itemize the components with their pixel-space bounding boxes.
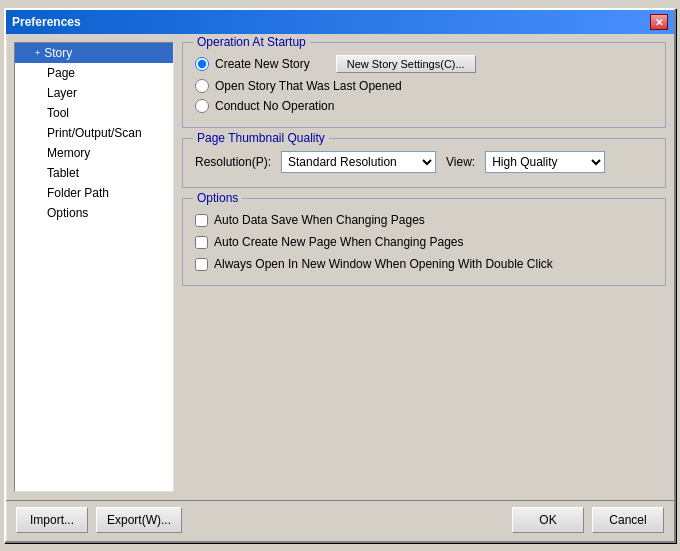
auto-create-page-row: Auto Create New Page When Changing Pages — [195, 235, 653, 249]
sidebar-item-page[interactable]: Page — [15, 63, 173, 83]
sidebar-item-memory-label: Memory — [47, 146, 90, 160]
auto-create-page-checkbox[interactable] — [195, 236, 208, 249]
preferences-dialog: Preferences ✕ + Story Page Layer Tool Pr… — [4, 8, 676, 543]
thumbnail-row: Resolution(P): Standard Resolution High … — [195, 151, 653, 173]
dialog-footer: Import... Export(W)... OK Cancel — [6, 500, 674, 541]
options-checkbox-group: Auto Data Save When Changing Pages Auto … — [195, 213, 653, 271]
auto-data-save-checkbox[interactable] — [195, 214, 208, 227]
view-quality-select[interactable]: High Quality Standard Quality Low Qualit… — [485, 151, 605, 173]
sidebar-item-options-label: Options — [47, 206, 88, 220]
always-open-new-window-checkbox[interactable] — [195, 258, 208, 271]
page-thumbnail-quality-section: Page Thumbnail Quality Resolution(P): St… — [182, 138, 666, 188]
sidebar-item-tool[interactable]: Tool — [15, 103, 173, 123]
auto-create-page-label: Auto Create New Page When Changing Pages — [214, 235, 464, 249]
main-content: Operation At Startup Create New Story Ne… — [182, 42, 666, 492]
resolution-select[interactable]: Standard Resolution High Resolution Low … — [281, 151, 436, 173]
import-button[interactable]: Import... — [16, 507, 88, 533]
operation-at-startup-section: Operation At Startup Create New Story Ne… — [182, 42, 666, 128]
sidebar-item-memory[interactable]: Memory — [15, 143, 173, 163]
footer-right-buttons: OK Cancel — [512, 507, 664, 533]
dialog-body: + Story Page Layer Tool Print/Output/Sca… — [6, 34, 674, 500]
sidebar-item-folder-path[interactable]: Folder Path — [15, 183, 173, 203]
startup-radio-group: Create New Story New Story Settings(C)..… — [195, 55, 653, 113]
startup-option-open-last: Open Story That Was Last Opened — [195, 79, 653, 93]
ok-button[interactable]: OK — [512, 507, 584, 533]
sidebar-item-print-output-scan[interactable]: Print/Output/Scan — [15, 123, 173, 143]
startup-option-create: Create New Story New Story Settings(C)..… — [195, 55, 653, 73]
sidebar-item-layer[interactable]: Layer — [15, 83, 173, 103]
operation-section-title: Operation At Startup — [193, 35, 310, 49]
open-last-story-label: Open Story That Was Last Opened — [215, 79, 402, 93]
sidebar-item-story-label: Story — [44, 46, 72, 60]
always-open-new-window-row: Always Open In New Window When Opening W… — [195, 257, 653, 271]
sidebar: + Story Page Layer Tool Print/Output/Sca… — [14, 42, 174, 492]
create-new-story-label: Create New Story — [215, 57, 310, 71]
resolution-label: Resolution(P): — [195, 155, 271, 169]
sidebar-item-layer-label: Layer — [47, 86, 77, 100]
view-label: View: — [446, 155, 475, 169]
no-operation-radio[interactable] — [195, 99, 209, 113]
sidebar-item-story[interactable]: + Story — [15, 43, 173, 63]
sidebar-item-folder-path-label: Folder Path — [47, 186, 109, 200]
sidebar-item-page-label: Page — [47, 66, 75, 80]
create-new-story-radio[interactable] — [195, 57, 209, 71]
sidebar-item-tool-label: Tool — [47, 106, 69, 120]
expand-icon-story: + — [35, 48, 40, 58]
sidebar-item-options[interactable]: Options — [15, 203, 173, 223]
sidebar-item-print-label: Print/Output/Scan — [47, 126, 142, 140]
title-bar: Preferences ✕ — [6, 10, 674, 34]
always-open-new-window-label: Always Open In New Window When Opening W… — [214, 257, 553, 271]
auto-data-save-row: Auto Data Save When Changing Pages — [195, 213, 653, 227]
options-section-title: Options — [193, 191, 242, 205]
export-button[interactable]: Export(W)... — [96, 507, 182, 533]
sidebar-item-tablet[interactable]: Tablet — [15, 163, 173, 183]
open-last-story-radio[interactable] — [195, 79, 209, 93]
dialog-title: Preferences — [12, 15, 81, 29]
auto-data-save-label: Auto Data Save When Changing Pages — [214, 213, 425, 227]
cancel-button[interactable]: Cancel — [592, 507, 664, 533]
sidebar-item-tablet-label: Tablet — [47, 166, 79, 180]
new-story-settings-button[interactable]: New Story Settings(C)... — [336, 55, 476, 73]
options-section: Options Auto Data Save When Changing Pag… — [182, 198, 666, 286]
thumbnail-section-title: Page Thumbnail Quality — [193, 131, 329, 145]
footer-left-buttons: Import... Export(W)... — [16, 507, 182, 533]
close-button[interactable]: ✕ — [650, 14, 668, 30]
no-operation-label: Conduct No Operation — [215, 99, 334, 113]
startup-option-no-operation: Conduct No Operation — [195, 99, 653, 113]
